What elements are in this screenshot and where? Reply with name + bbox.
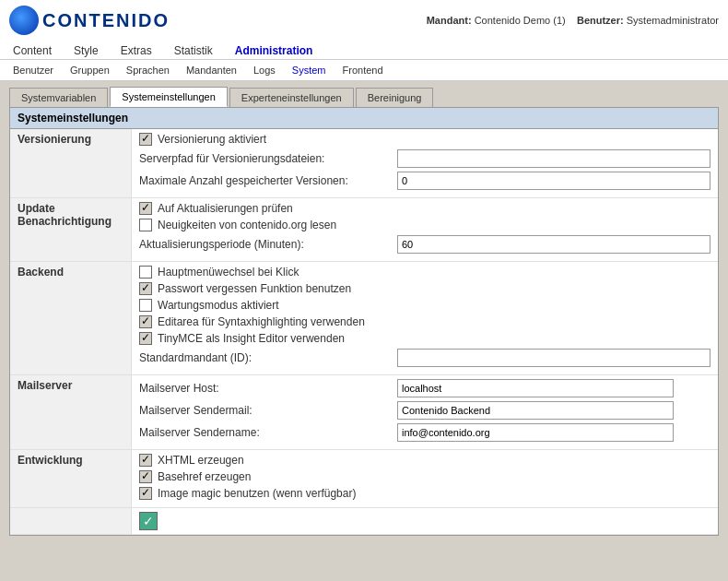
label-xhtml: XHTML erzeugen: [158, 454, 244, 467]
checkbox-passwort-row: Passwort vergessen Funktion benutzen: [139, 282, 710, 295]
logo-text: CONTENIDO: [42, 10, 170, 31]
subnav-logs[interactable]: Logs: [250, 63, 279, 77]
label-standardmandant: Standardmandant (ID):: [139, 351, 397, 364]
label-neuigkeiten: Neuigkeiten von contenido.org lesen: [158, 219, 336, 231]
main-nav: Content Style Extras Statistik Administr…: [9, 39, 719, 59]
nav-item-extras[interactable]: Extras: [117, 42, 156, 59]
checkbox-editarea-row: Editarea für Syntaxhighlighting verwende…: [139, 315, 710, 328]
label-imagemagic: Image magic benutzen (wenn verfügbar): [158, 487, 356, 500]
content-entwicklung: XHTML erzeugen Basehref erzeugen Image m…: [132, 450, 719, 508]
label-basehref: Basehref erzeugen: [158, 470, 251, 483]
label-aktualisierungen: Auf Aktualisierungen prüfen: [158, 202, 293, 215]
checkbox-hauptmenu[interactable]: [139, 266, 152, 279]
tabs-bar: Systemvariablen Systemeinstellungen Expe…: [0, 81, 728, 107]
checkbox-wartung-row: Wartungsmodus aktiviert: [139, 299, 710, 312]
input-maxversionen[interactable]: [397, 172, 710, 190]
input-standardmandant[interactable]: [397, 349, 710, 367]
input-sendermail-row: Mailserver Sendermail:: [139, 401, 710, 420]
save-label-cell: [10, 508, 132, 535]
mandant-label: Mandant:: [427, 15, 472, 26]
label-serverpfad: Serverpfad für Versionierungsdateien:: [139, 152, 397, 165]
checkbox-aktualisierungen[interactable]: [139, 202, 152, 215]
logo-circle-icon: [9, 6, 39, 35]
save-row: ✓: [10, 508, 718, 535]
input-standardmandant-row: Standardmandant (ID):: [139, 349, 710, 367]
nav-item-style[interactable]: Style: [70, 42, 102, 59]
label-passwort: Passwort vergessen Funktion benutzen: [158, 282, 351, 295]
label-versionierung: Versionierung: [10, 129, 132, 198]
main-content: Systemeinstellungen Versionierung Versio…: [9, 107, 719, 536]
tab-bereinigung[interactable]: Bereinigung: [356, 88, 434, 107]
tab-experteneinstellungen[interactable]: Experteneinstellungen: [229, 88, 354, 107]
input-serverpfad-row: Serverpfad für Versionierungsdateien:: [139, 149, 710, 168]
label-entwicklung: Entwicklung: [10, 450, 132, 508]
checkbox-neuigkeiten-row: Neuigkeiten von contenido.org lesen: [139, 219, 710, 231]
nav-item-administration[interactable]: Administration: [231, 42, 317, 59]
benutzer-value: Systemadministrator: [627, 15, 719, 26]
input-sendername[interactable]: [397, 423, 674, 442]
label-sendername: Mailserver Sendername:: [139, 426, 397, 439]
content-update: Auf Aktualisierungen prüfen Neuigkeiten …: [132, 198, 719, 262]
checkbox-versionierung-aktiviert[interactable]: [139, 133, 152, 146]
checkbox-basehref[interactable]: [139, 470, 152, 483]
checkbox-basehref-row: Basehref erzeugen: [139, 470, 710, 483]
subnav-system[interactable]: System: [288, 63, 330, 77]
checkbox-wartung[interactable]: [139, 299, 152, 312]
settings-table: Versionierung Versionierung aktiviert Se…: [10, 129, 718, 535]
nav-item-statistik[interactable]: Statistik: [170, 42, 217, 59]
section-entwicklung: Entwicklung XHTML erzeugen Basehref erze…: [10, 450, 718, 508]
label-update: Update Benachrichtigung: [10, 198, 132, 262]
save-cell: ✓: [132, 508, 719, 535]
input-periode[interactable]: [397, 235, 710, 254]
label-backend: Backend: [10, 262, 132, 375]
checkbox-neuigkeiten[interactable]: [139, 219, 152, 231]
checkbox-passwort[interactable]: [139, 282, 152, 295]
header-info: Mandant: Contenido Demo (1) Benutzer: Sy…: [427, 15, 719, 26]
checkbox-editarea[interactable]: [139, 315, 152, 328]
label-editarea: Editarea für Syntaxhighlighting verwende…: [158, 315, 365, 328]
label-mailserver: Mailserver: [10, 375, 132, 450]
input-sendername-row: Mailserver Sendername:: [139, 423, 710, 442]
section-mailserver: Mailserver Mailserver Host: Mailserver S…: [10, 375, 718, 450]
tab-systemvariablen[interactable]: Systemvariablen: [9, 88, 108, 107]
input-periode-row: Aktualisierungsperiode (Minuten):: [139, 235, 710, 254]
label-hauptmenu: Hauptmenüwechsel bei Klick: [158, 266, 299, 279]
label-sendermail: Mailserver Sendermail:: [139, 404, 397, 417]
content-versionierung: Versionierung aktiviert Serverpfad für V…: [132, 129, 719, 198]
checkbox-xhtml-row: XHTML erzeugen: [139, 454, 710, 467]
mandant-value: Contenido Demo (1): [475, 15, 566, 26]
subnav-mandanten[interactable]: Mandanten: [182, 63, 241, 77]
label-versionierung-aktiviert: Versionierung aktiviert: [158, 133, 266, 146]
logo: CONTENIDO: [9, 6, 170, 35]
subnav-gruppen[interactable]: Gruppen: [66, 63, 113, 77]
input-sendermail[interactable]: [397, 401, 674, 420]
input-mailhost-row: Mailserver Host:: [139, 379, 710, 397]
label-wartung: Wartungsmodus aktiviert: [158, 299, 279, 312]
checkbox-tinymce[interactable]: [139, 332, 152, 345]
section-update: Update Benachrichtigung Auf Aktualisieru…: [10, 198, 718, 262]
label-maxversionen: Maximale Anzahl gespeicherter Versionen:: [139, 174, 397, 187]
subnav-benutzer[interactable]: Benutzer: [9, 63, 57, 77]
nav-item-content[interactable]: Content: [9, 42, 55, 59]
subnav-sprachen[interactable]: Sprachen: [123, 63, 173, 77]
checkbox-imagemagic[interactable]: [139, 487, 152, 500]
label-mailhost: Mailserver Host:: [139, 382, 397, 395]
subnav-frontend[interactable]: Frontend: [339, 63, 387, 77]
input-mailhost[interactable]: [397, 379, 674, 397]
content-backend: Hauptmenüwechsel bei Klick Passwort verg…: [132, 262, 719, 375]
save-button[interactable]: ✓: [139, 512, 158, 530]
input-serverpfad[interactable]: [397, 149, 710, 168]
label-tinymce: TinyMCE als Insight Editor verwenden: [158, 332, 345, 345]
checkbox-tinymce-row: TinyMCE als Insight Editor verwenden: [139, 332, 710, 345]
section-title: Systemeinstellungen: [10, 108, 718, 129]
input-maxversionen-row: Maximale Anzahl gespeicherter Versionen:: [139, 172, 710, 190]
content-mailserver: Mailserver Host: Mailserver Sendermail: …: [132, 375, 719, 450]
label-periode: Aktualisierungsperiode (Minuten):: [139, 238, 397, 251]
section-backend: Backend Hauptmenüwechsel bei Klick Passw…: [10, 262, 718, 375]
tab-systemeinstellungen[interactable]: Systemeinstellungen: [110, 87, 228, 107]
sub-nav: Benutzer Gruppen Sprachen Mandanten Logs…: [0, 60, 728, 81]
benutzer-label: Benutzer:: [577, 15, 624, 26]
checkbox-imagemagic-row: Image magic benutzen (wenn verfügbar): [139, 487, 710, 500]
checkbox-aktualisierungen-row: Auf Aktualisierungen prüfen: [139, 202, 710, 215]
checkbox-xhtml[interactable]: [139, 454, 152, 467]
